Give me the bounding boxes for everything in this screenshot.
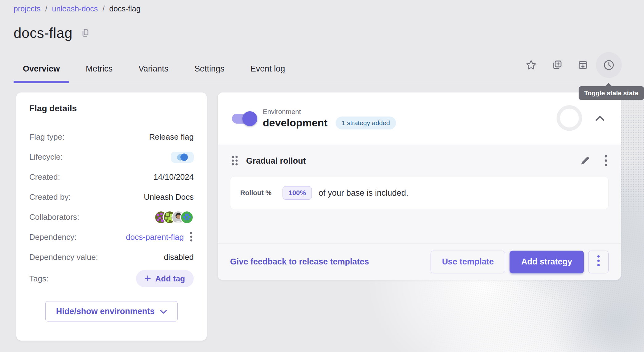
breadcrumb-separator: / xyxy=(102,4,105,13)
breadcrumb-projects[interactable]: projects xyxy=(14,4,41,13)
kebab-menu-icon xyxy=(597,255,600,269)
flag-type-row: Flag type: Release flag xyxy=(29,127,194,147)
tooltip-toggle-stale-state: Toggle stale state xyxy=(579,86,644,100)
strategy-list: Gradual rollout xyxy=(218,145,621,244)
drag-handle-icon xyxy=(231,154,239,168)
toggle-thumb xyxy=(242,111,257,126)
created-by-label: Created by: xyxy=(29,192,71,202)
environment-card: Environment development 1 strategy added xyxy=(218,92,621,280)
created-by-row: Created by: Unleash Docs xyxy=(29,187,194,207)
dependency-menu-button[interactable] xyxy=(189,230,194,244)
lifecycle-dot xyxy=(180,153,188,161)
environment-label: Environment xyxy=(263,108,396,116)
page-header: docs-flag xyxy=(14,25,90,41)
tab-event-log[interactable]: Event log xyxy=(241,55,295,83)
add-tag-button[interactable]: Add tag xyxy=(136,270,194,287)
environment-usage-ring xyxy=(556,105,583,133)
environment-footer: Give feedback to release templates Use t… xyxy=(218,244,621,280)
tooltip-text: Toggle stale state xyxy=(584,89,638,96)
archive-button[interactable] xyxy=(570,52,596,78)
hide-show-environments-button[interactable]: Hide/show environments xyxy=(45,301,178,321)
tags-row: Tags: Add tag xyxy=(29,267,194,290)
copy-feature-button[interactable] xyxy=(544,52,570,78)
chevron-down-icon xyxy=(160,307,167,316)
collapse-environment-button[interactable] xyxy=(593,113,607,124)
rollout-label: Rollout % xyxy=(240,189,271,197)
collaborators-row: Collaborators: xyxy=(29,207,194,227)
flag-type-value: Release flag xyxy=(149,132,194,142)
created-by-value: Unleash Docs xyxy=(144,192,194,202)
star-icon xyxy=(525,59,537,71)
copy-flag-name-button[interactable] xyxy=(80,28,90,39)
use-template-button[interactable]: Use template xyxy=(431,251,505,273)
clock-icon xyxy=(602,59,615,72)
hide-show-environments-label: Hide/show environments xyxy=(56,307,155,316)
rollout-description: of your base is included. xyxy=(319,188,408,198)
breadcrumb-project-name[interactable]: unleash-docs xyxy=(52,4,98,13)
drag-handle[interactable] xyxy=(230,154,239,168)
add-tag-label: Add tag xyxy=(155,274,185,284)
environment-enabled-toggle[interactable] xyxy=(232,114,252,124)
add-strategy-button[interactable]: Add strategy xyxy=(510,251,584,273)
environment-title-block: Environment development 1 strategy added xyxy=(263,108,396,129)
chevron-up-icon xyxy=(596,116,604,122)
strategy-name: Gradual rollout xyxy=(246,156,306,166)
copy-icon xyxy=(80,28,90,39)
tab-metrics[interactable]: Metrics xyxy=(76,55,122,83)
archive-download-icon xyxy=(577,59,589,71)
toggle-stale-button[interactable] xyxy=(596,52,622,78)
rollout-value-pill: 100% xyxy=(283,186,312,200)
strategy-menu-button[interactable] xyxy=(603,153,609,169)
kebab-menu-icon xyxy=(190,231,192,243)
breadcrumb: projects / unleash-docs / docs-flag xyxy=(14,4,141,13)
created-value: 14/10/2024 xyxy=(154,172,194,182)
created-row: Created: 14/10/2024 xyxy=(29,167,194,187)
strategy-count-badge: 1 strategy added xyxy=(336,117,396,129)
page-title: docs-flag xyxy=(14,25,72,41)
pencil-icon xyxy=(580,155,590,167)
rollout-summary-card: Rollout % 100% of your base is included. xyxy=(230,177,609,209)
background-dot-texture xyxy=(620,89,644,222)
flag-details-heading: Flag details xyxy=(29,104,194,113)
copy-plus-icon xyxy=(551,59,563,71)
created-label: Created: xyxy=(29,172,60,182)
flag-type-label: Flag type: xyxy=(29,132,64,142)
favorite-button[interactable] xyxy=(518,52,544,78)
edit-strategy-button[interactable] xyxy=(579,154,592,168)
dependency-label: Dependency: xyxy=(29,232,76,242)
tooltip-arrow xyxy=(605,83,613,87)
tags-label: Tags: xyxy=(29,274,48,284)
collaborators-label: Collaborators: xyxy=(29,212,79,222)
plus-icon xyxy=(145,274,151,284)
breadcrumb-separator: / xyxy=(45,4,47,13)
breadcrumb-current: docs-flag xyxy=(109,4,140,13)
dependency-link[interactable]: docs-parent-flag xyxy=(126,232,184,242)
release-templates-feedback-link[interactable]: Give feedback to release templates xyxy=(230,257,369,267)
tab-overview[interactable]: Overview xyxy=(14,55,69,83)
environment-header: Environment development 1 strategy added xyxy=(218,92,621,145)
tab-variants[interactable]: Variants xyxy=(129,55,178,83)
feature-action-buttons xyxy=(518,52,622,78)
tab-settings[interactable]: Settings xyxy=(185,55,234,83)
flag-details-rows: Flag type: Release flag Lifecycle: Creat… xyxy=(29,127,194,290)
strategy-item-header: Gradual rollout xyxy=(230,152,609,170)
lifecycle-label: Lifecycle: xyxy=(29,152,63,162)
lifecycle-stage-badge[interactable] xyxy=(171,152,194,163)
environment-name: development xyxy=(263,117,328,129)
dependency-row: Dependency: docs-parent-flag xyxy=(29,227,194,247)
avatar[interactable] xyxy=(180,211,194,224)
collaborator-avatars xyxy=(154,211,194,224)
environment-menu-button[interactable] xyxy=(588,251,609,273)
lifecycle-row: Lifecycle: xyxy=(29,147,194,167)
dependency-value-row: Dependency value: disabled xyxy=(29,247,194,267)
dependency-value: disabled xyxy=(164,252,194,262)
dependency-value-label: Dependency value: xyxy=(29,252,98,262)
kebab-menu-icon xyxy=(605,155,607,167)
flag-details-card: Flag details Flag type: Release flag Lif… xyxy=(16,92,207,341)
